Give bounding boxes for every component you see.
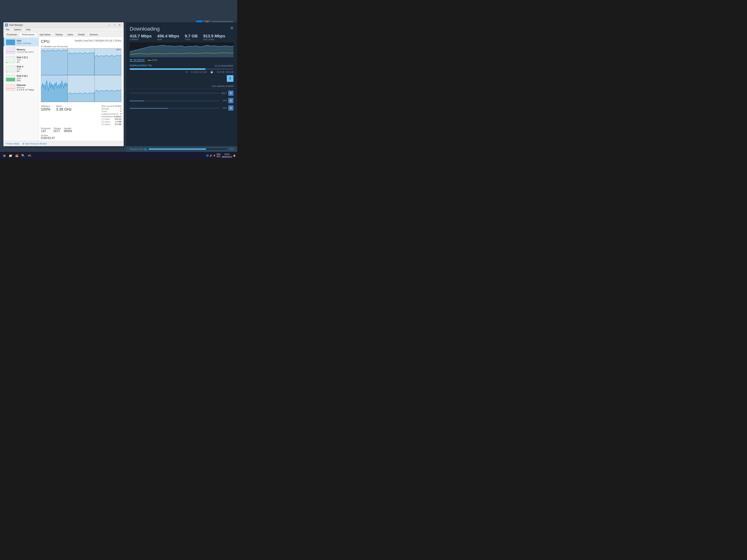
disk-tab-label: DISK [152,59,157,61]
taskbar-left: ⊞ 📁 🦊 🔍 🎮 [1,153,32,158]
speed-label: Speed [56,105,72,107]
file-explorer-button[interactable]: 📁 [8,153,14,158]
memory-sidebar-name: Memory [17,48,33,51]
steam-header: Downloading ⚙ [126,22,237,34]
download-section: DOWNLOADING 73% 01:31 REMAINING ⬇ 8.5 GB… [126,63,237,75]
game-download-button-43[interactable]: ⬇ [228,105,233,111]
sidebar-item-disk2[interactable]: Disk 2 (C:) SSD 1% [3,55,38,64]
tab-details[interactable]: Details [76,32,87,37]
game-item-43: 43% ⬇ [130,105,233,111]
sidebar-item-disk3[interactable]: Disk 3 SSD 0% [3,64,38,74]
tab-app-history[interactable]: App history [37,32,53,37]
tab-startup[interactable]: Startup [53,32,65,37]
disk2-sidebar-sub: SSD [17,59,28,61]
menu-options[interactable]: Options [13,28,22,31]
fewer-details-link[interactable]: ◂ Fewer details [5,142,19,145]
cpu-title-section: CPU [41,39,49,44]
ethernet-sidebar-val: S: 6.4 R: 477 Mbps [17,89,34,91]
stat-current: 416.7 Mbps CURRENT [130,34,152,41]
open-resource-monitor-link[interactable]: 🖥 Open Resource Monitor [22,142,47,145]
friends-chat-text: Friends & Chat [130,148,143,150]
base-speed-val: 2.70 GHz [113,105,121,107]
disk3-sidebar-info: Disk 3 SSD 0% [17,65,23,73]
tab-performance[interactable]: Performance [20,32,37,37]
menu-file[interactable]: File [5,28,10,31]
handles-counter: Handles 49354 [64,127,72,133]
sidebar-item-cpu[interactable]: CPU 100% 3.38 GHz [3,37,38,46]
next-game-download-button[interactable]: ⬇ [228,90,233,96]
downloading-title: Downloading [130,26,160,32]
game-download-button-16[interactable]: ⬇ [228,98,233,103]
peak-label: PEAK [157,38,179,41]
cortana-button[interactable]: 🔍 [20,153,26,158]
close-button[interactable]: ✕ [117,23,122,27]
disk-size: 22.8 GB / 30.8 GB [217,71,233,73]
notification-badge: 🔔 [233,155,236,157]
game-progress-bar-43 [130,108,220,109]
utilization-value: 100% [41,107,50,111]
l1-key: L1 cache: [101,118,110,120]
memory-mini-graph [6,47,15,54]
spec-l1: L1 cache: 256 KB [101,118,121,120]
task-manager-icon: ⊞ [5,24,8,26]
threads-counter: Threads 1577 [53,127,61,133]
sockets-val: 1 [120,108,121,110]
sidebar-item-memory[interactable]: Memory 3.1/15.8 GB (20%) [3,46,38,55]
total-label: TOTAL [185,38,198,41]
disk-size-icon: 💾 [210,71,213,73]
disk2-sidebar-val: 1% [17,61,28,63]
game-item-16: 16% ⬇ [130,98,233,103]
auto-updates: Auto-updates enabled [126,83,237,89]
game-info-16 [130,100,220,101]
cpu-graph-1 [68,49,94,75]
steam-taskbar-button[interactable]: 🎮 [27,153,32,158]
window-title-text: Task Manager [9,24,23,26]
total-value: 9.7 GB [185,34,198,38]
disk3-sidebar-sub: SSD [17,68,23,70]
start-button[interactable]: ⊞ [1,153,7,158]
spec-l3: L3 cache: 8.0 MB [101,123,121,125]
system-clock[interactable]: 16:43 08/08/2023 [222,153,232,158]
menu-view[interactable]: View [25,28,31,31]
download-label: DOWNLOADING 73% [130,64,152,67]
sidebar-item-ethernet[interactable]: Ethernet Ethernet S: 6.4 R: 477 Mbps [3,83,38,92]
processes-counter: Processes 137 [41,127,50,133]
download-size-icon: ⬇ [186,71,187,73]
friends-icon: 👥 [144,148,147,150]
network-tabs: NETWORK DISK [126,57,237,63]
disk-value: 913.5 Mbps [203,34,225,38]
firefox-button[interactable]: 🦊 [14,153,20,158]
download-progress-fill [130,68,205,70]
tab-services[interactable]: Services [87,32,101,37]
tab-processes[interactable]: Processes [4,32,20,37]
cpu-graph-3 [41,75,68,102]
clock-date: 08/08/2023 [222,156,232,158]
sidebar-item-disk4[interactable]: Disk 4 (S:) SSD 55% [3,74,38,83]
friends-chat: Friends & Chat 👥 [130,148,147,150]
download-size: 8.5 GB / 12.9 GB [191,71,207,73]
pause-button[interactable]: ⏸ [227,75,233,82]
window-title: ⊞ Task Manager [5,24,107,26]
disk-tab[interactable]: DISK [148,59,157,61]
cpu-header: CPU Intel(R) Core(TM) i7-3820QM CPU @ 2.… [41,39,121,44]
ethernet-sidebar-name: Ethernet [17,84,34,86]
maximize-button[interactable]: □ [112,23,117,27]
spec-l2: L2 cache: 1.0 MB [101,121,121,123]
open-resource-monitor-text: Open Resource Monitor [25,142,47,145]
tab-bar: Processes Performance App history Startu… [3,32,124,37]
uptime-value: 0:00:02:47 [41,136,121,140]
cores-key: Cores: [101,110,107,112]
uptime-label: Up time [41,134,121,136]
peak-value: 456.4 Mbps [157,34,179,38]
network-tab[interactable]: NETWORK [130,59,145,62]
tab-users[interactable]: Users [65,32,75,37]
base-speed-key: Base speed: [101,105,113,107]
settings-gear-icon[interactable]: ⚙ [230,26,233,30]
spec-logical: Logical processors: 8 [101,113,121,115]
cpu-graph-2 [95,49,121,75]
minimize-button[interactable]: ─ [107,23,112,27]
disk2-sidebar-info: Disk 2 (C:) SSD 1% [17,56,28,63]
cpu-graphs-grid [41,48,121,102]
cpu-sidebar-name: CPU [17,39,31,42]
cpu-title-label: CPU [41,39,49,44]
